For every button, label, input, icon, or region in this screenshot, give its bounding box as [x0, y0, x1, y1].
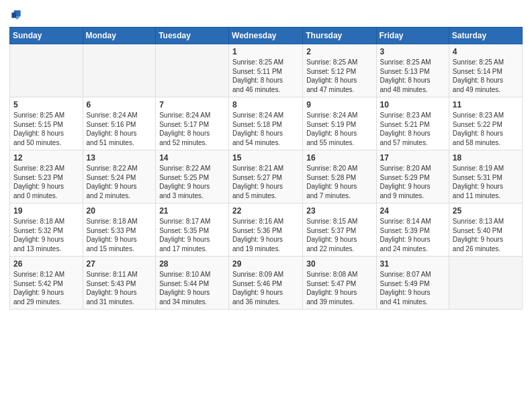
- page-header: [9, 8, 523, 21]
- cell-content: Sunrise: 8:25 AM Sunset: 5:15 PM Dayligh…: [13, 111, 79, 147]
- cell-content: Sunrise: 8:23 AM Sunset: 5:23 PM Dayligh…: [13, 164, 79, 200]
- calendar-week-1: 1Sunrise: 8:25 AM Sunset: 5:11 PM Daylig…: [10, 44, 523, 97]
- cell-content: Sunrise: 8:25 AM Sunset: 5:11 PM Dayligh…: [232, 58, 299, 94]
- cell-content: Sunrise: 8:24 AM Sunset: 5:16 PM Dayligh…: [87, 111, 152, 147]
- calendar-cell: 24Sunrise: 8:14 AM Sunset: 5:39 PM Dayli…: [376, 203, 449, 257]
- calendar-cell: 4Sunrise: 8:25 AM Sunset: 5:14 PM Daylig…: [449, 44, 522, 97]
- day-number: 21: [159, 206, 225, 216]
- cell-content: Sunrise: 8:12 AM Sunset: 5:42 PM Dayligh…: [13, 270, 79, 306]
- calendar-cell: 29Sunrise: 8:09 AM Sunset: 5:46 PM Dayli…: [229, 257, 303, 310]
- calendar-cell: 14Sunrise: 8:22 AM Sunset: 5:25 PM Dayli…: [156, 150, 229, 203]
- calendar-cell: 15Sunrise: 8:21 AM Sunset: 5:27 PM Dayli…: [229, 150, 303, 203]
- cell-content: Sunrise: 8:16 AM Sunset: 5:36 PM Dayligh…: [232, 217, 299, 253]
- day-number: 13: [87, 153, 152, 163]
- day-number: 20: [87, 206, 152, 216]
- calendar-cell: 9Sunrise: 8:24 AM Sunset: 5:19 PM Daylig…: [303, 97, 376, 150]
- weekday-header-wednesday: Wednesday: [229, 28, 303, 44]
- calendar-cell: 21Sunrise: 8:17 AM Sunset: 5:35 PM Dayli…: [156, 203, 229, 257]
- cell-content: Sunrise: 8:20 AM Sunset: 5:29 PM Dayligh…: [380, 164, 445, 200]
- calendar-cell: [449, 257, 522, 310]
- calendar-cell: 18Sunrise: 8:19 AM Sunset: 5:31 PM Dayli…: [449, 150, 522, 203]
- day-number: 7: [159, 100, 225, 109]
- calendar-week-5: 26Sunrise: 8:12 AM Sunset: 5:42 PM Dayli…: [10, 257, 523, 310]
- day-number: 11: [453, 100, 519, 109]
- calendar-week-2: 5Sunrise: 8:25 AM Sunset: 5:15 PM Daylig…: [10, 97, 523, 150]
- day-number: 10: [380, 100, 445, 109]
- cell-content: Sunrise: 8:17 AM Sunset: 5:35 PM Dayligh…: [159, 217, 225, 253]
- calendar-cell: [156, 44, 229, 97]
- calendar-cell: 16Sunrise: 8:20 AM Sunset: 5:28 PM Dayli…: [303, 150, 376, 203]
- cell-content: Sunrise: 8:19 AM Sunset: 5:31 PM Dayligh…: [453, 164, 519, 200]
- calendar-cell: 11Sunrise: 8:23 AM Sunset: 5:22 PM Dayli…: [449, 97, 522, 150]
- calendar-cell: 20Sunrise: 8:18 AM Sunset: 5:33 PM Dayli…: [83, 203, 156, 257]
- day-number: 6: [87, 100, 152, 109]
- day-number: 30: [306, 259, 372, 269]
- day-number: 2: [306, 47, 372, 56]
- weekday-header-monday: Monday: [83, 28, 156, 44]
- calendar-cell: 12Sunrise: 8:23 AM Sunset: 5:23 PM Dayli…: [10, 150, 83, 203]
- day-number: 18: [453, 153, 519, 163]
- calendar-cell: 23Sunrise: 8:15 AM Sunset: 5:37 PM Dayli…: [303, 203, 376, 257]
- day-number: 4: [453, 47, 519, 56]
- day-number: 8: [232, 100, 299, 109]
- cell-content: Sunrise: 8:09 AM Sunset: 5:46 PM Dayligh…: [232, 270, 299, 306]
- cell-content: Sunrise: 8:15 AM Sunset: 5:37 PM Dayligh…: [306, 217, 372, 253]
- cell-content: Sunrise: 8:21 AM Sunset: 5:27 PM Dayligh…: [232, 164, 299, 200]
- calendar-cell: 7Sunrise: 8:24 AM Sunset: 5:17 PM Daylig…: [156, 97, 229, 150]
- calendar-cell: 27Sunrise: 8:11 AM Sunset: 5:43 PM Dayli…: [83, 257, 156, 310]
- day-number: 24: [380, 206, 445, 216]
- weekday-header-sunday: Sunday: [10, 28, 83, 44]
- cell-content: Sunrise: 8:25 AM Sunset: 5:13 PM Dayligh…: [380, 58, 445, 94]
- calendar-cell: 2Sunrise: 8:25 AM Sunset: 5:12 PM Daylig…: [303, 44, 376, 97]
- calendar-cell: 25Sunrise: 8:13 AM Sunset: 5:40 PM Dayli…: [449, 203, 522, 257]
- day-number: 31: [380, 259, 445, 269]
- calendar-cell: 6Sunrise: 8:24 AM Sunset: 5:16 PM Daylig…: [83, 97, 156, 150]
- cell-content: Sunrise: 8:20 AM Sunset: 5:28 PM Dayligh…: [306, 164, 372, 200]
- cell-content: Sunrise: 8:14 AM Sunset: 5:39 PM Dayligh…: [380, 217, 445, 253]
- calendar-cell: 10Sunrise: 8:23 AM Sunset: 5:21 PM Dayli…: [376, 97, 449, 150]
- cell-content: Sunrise: 8:18 AM Sunset: 5:32 PM Dayligh…: [13, 217, 79, 253]
- day-number: 25: [453, 206, 519, 216]
- cell-content: Sunrise: 8:13 AM Sunset: 5:40 PM Dayligh…: [453, 217, 519, 253]
- cell-content: Sunrise: 8:23 AM Sunset: 5:22 PM Dayligh…: [453, 111, 519, 147]
- cell-content: Sunrise: 8:11 AM Sunset: 5:43 PM Dayligh…: [87, 270, 152, 306]
- weekday-header-thursday: Thursday: [303, 28, 376, 44]
- calendar-cell: [83, 44, 156, 97]
- cell-content: Sunrise: 8:18 AM Sunset: 5:33 PM Dayligh…: [87, 217, 152, 253]
- day-number: 29: [232, 259, 299, 269]
- cell-content: Sunrise: 8:10 AM Sunset: 5:44 PM Dayligh…: [159, 270, 225, 306]
- cell-content: Sunrise: 8:07 AM Sunset: 5:49 PM Dayligh…: [380, 270, 445, 306]
- day-number: 5: [13, 100, 79, 109]
- cell-content: Sunrise: 8:25 AM Sunset: 5:12 PM Dayligh…: [306, 58, 372, 94]
- day-number: 15: [232, 153, 299, 163]
- calendar-cell: 22Sunrise: 8:16 AM Sunset: 5:36 PM Dayli…: [229, 203, 303, 257]
- calendar-cell: 17Sunrise: 8:20 AM Sunset: 5:29 PM Dayli…: [376, 150, 449, 203]
- day-number: 14: [159, 153, 225, 163]
- calendar-cell: 31Sunrise: 8:07 AM Sunset: 5:49 PM Dayli…: [376, 257, 449, 310]
- cell-content: Sunrise: 8:24 AM Sunset: 5:17 PM Dayligh…: [159, 111, 225, 147]
- cell-content: Sunrise: 8:24 AM Sunset: 5:18 PM Dayligh…: [232, 111, 299, 147]
- calendar-cell: [10, 44, 83, 97]
- weekday-header-friday: Friday: [376, 28, 449, 44]
- day-number: 17: [380, 153, 445, 163]
- cell-content: Sunrise: 8:22 AM Sunset: 5:24 PM Dayligh…: [87, 164, 152, 200]
- weekday-header-row: SundayMondayTuesdayWednesdayThursdayFrid…: [10, 28, 523, 44]
- cell-content: Sunrise: 8:25 AM Sunset: 5:14 PM Dayligh…: [453, 58, 519, 94]
- calendar-cell: 8Sunrise: 8:24 AM Sunset: 5:18 PM Daylig…: [229, 97, 303, 150]
- cell-content: Sunrise: 8:23 AM Sunset: 5:21 PM Dayligh…: [380, 111, 445, 147]
- svg-marker-2: [11, 13, 16, 18]
- logo: [9, 8, 26, 21]
- day-number: 22: [232, 206, 299, 216]
- day-number: 12: [13, 153, 79, 163]
- logo-icon: [9, 8, 23, 21]
- day-number: 28: [159, 259, 225, 269]
- weekday-header-tuesday: Tuesday: [156, 28, 229, 44]
- day-number: 1: [232, 47, 299, 56]
- calendar-cell: 28Sunrise: 8:10 AM Sunset: 5:44 PM Dayli…: [156, 257, 229, 310]
- calendar-cell: 26Sunrise: 8:12 AM Sunset: 5:42 PM Dayli…: [10, 257, 83, 310]
- calendar-cell: 30Sunrise: 8:08 AM Sunset: 5:47 PM Dayli…: [303, 257, 376, 310]
- cell-content: Sunrise: 8:22 AM Sunset: 5:25 PM Dayligh…: [159, 164, 225, 200]
- day-number: 23: [306, 206, 372, 216]
- day-number: 9: [306, 100, 372, 109]
- calendar-week-4: 19Sunrise: 8:18 AM Sunset: 5:32 PM Dayli…: [10, 203, 523, 257]
